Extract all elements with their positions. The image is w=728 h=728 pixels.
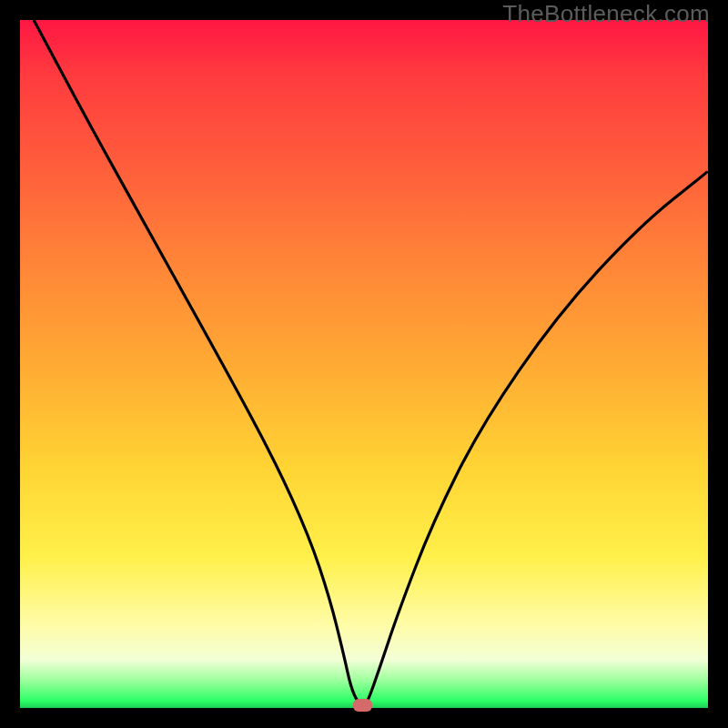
watermark-text: TheBottleneck.com <box>502 0 710 28</box>
chart-frame: TheBottleneck.com <box>0 0 728 728</box>
bottleneck-curve-path <box>34 20 708 706</box>
bottleneck-curve-svg <box>20 20 708 708</box>
optimal-point-marker <box>353 699 372 712</box>
